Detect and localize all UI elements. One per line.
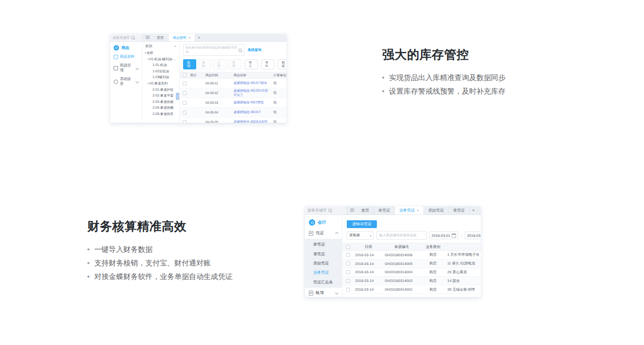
product-name-link[interactable]: 超威锂电池 4812LT模块 (232, 81, 272, 85)
row-checkbox[interactable] (180, 91, 189, 95)
inventory-app-screenshot: 搜索关键字 首页 商品资料 × ▾ 商品 商品资料 商 (110, 34, 287, 123)
refresh-button[interactable]: 刷新 (278, 59, 287, 69)
product-name-link[interactable]: 超威锂电池 4820LK高型 (232, 120, 272, 123)
advanced-search-link[interactable]: 高级查询 (248, 48, 261, 52)
sidebar-item-original-voucher[interactable]: 原始凭证 (305, 259, 342, 268)
sidebar-item-basic-settings[interactable]: 基础设置 (110, 75, 142, 88)
table-row[interactable]: 2018-03-14 GH20180314003 购货 14 国光 (342, 277, 481, 285)
export-button[interactable]: 导出 (261, 59, 274, 69)
table-row[interactable]: 2018-03-14 GH20180314004 购货 26 萧山暴龙 (342, 268, 481, 277)
sidebar-item-product-data[interactable]: 商品资料 (110, 52, 142, 61)
tree-item[interactable]: ▾全部 (142, 50, 179, 56)
table-header-row: 日期 单据编号 业务类别 (342, 243, 481, 251)
tab-home[interactable]: 首页 (153, 34, 169, 41)
table-row[interactable]: 04-09-05 超威锂电池 4820LK高型 组 (180, 117, 287, 123)
close-icon[interactable]: × (417, 208, 419, 213)
tree-item[interactable]: 2-04-暴龙雨棚 (142, 105, 179, 111)
tree-item[interactable]: 1-02齿轮油 (142, 68, 179, 75)
tree-item[interactable]: 2-02-暴龙手套 (142, 93, 179, 99)
box-icon (114, 66, 118, 70)
sidebar-item-voucher-query[interactable]: 查凭证 (305, 249, 342, 258)
row-checkbox[interactable] (180, 82, 189, 85)
tree-item[interactable]: 1-03碱剂油 (142, 74, 179, 81)
checkbox-icon (183, 111, 186, 115)
tree-item[interactable]: ▾01-机油-碱剂油-… (142, 56, 179, 63)
add-button[interactable]: 新增 (183, 59, 196, 69)
bullet-dot (87, 276, 89, 278)
sidebar-item-product-mgmt[interactable]: 商品管理 (110, 61, 142, 75)
divider (142, 34, 143, 41)
table-row[interactable]: 2018-03-14 GH20180314006 购货 1 天长市祥瑞电子有 (342, 251, 481, 260)
select-all-checkbox[interactable] (180, 73, 189, 77)
enable-button[interactable]: 启用 (213, 59, 226, 69)
tab-product-data[interactable]: 商品资料 × (169, 34, 195, 41)
sidebar-group-ledger[interactable]: 账簿 (305, 288, 342, 297)
delete-button[interactable]: 删除 (198, 59, 211, 69)
table-row[interactable]: 2018-03-14 GH20180314002 购货 35 无锡金箭-销售 (342, 285, 481, 294)
search-input[interactable]: 搜索关键字 (305, 206, 347, 214)
module-brand: 会计 (305, 217, 342, 228)
product-name-link[interactable]: 超威锂电池 4810LT (232, 110, 272, 115)
tab-voucher-entry[interactable]: 录凭证 (374, 206, 395, 214)
chevron-up-icon (335, 231, 339, 235)
tab-original-voucher[interactable]: 原始凭证 (424, 206, 449, 214)
search-placeholder: 按名称/代码/条形码/助记码/规格型号查询 (186, 46, 238, 54)
row-checkbox[interactable] (342, 279, 354, 283)
tree-item[interactable]: 2-01-暴龙护链 (142, 87, 179, 93)
tree-collapse-handle[interactable]: ‹ (176, 93, 179, 100)
row-checkbox[interactable] (180, 111, 189, 115)
product-module-icon (114, 45, 119, 50)
search-input[interactable]: 搜索关键字 (110, 34, 142, 41)
close-icon[interactable]: × (188, 36, 190, 39)
table-row[interactable]: 04-09-04 超威锂电池 4810LT 组 (180, 108, 287, 117)
feature-bullet: 设置库存警戒线预警，及时补充库存 (382, 87, 506, 95)
doc-type-select[interactable]: 采购单 ▾ (347, 231, 374, 240)
checkbox-icon (183, 73, 186, 77)
tab-home[interactable]: 首页 (357, 206, 374, 214)
sidebar-group-voucher[interactable]: 凭证 (305, 228, 342, 239)
add-category-button[interactable]: + (174, 44, 176, 49)
tab-list-dropdown[interactable]: ▾ (470, 206, 477, 214)
product-search-input[interactable]: 按名称/代码/条形码/助记码/规格型号查询 (183, 44, 244, 56)
checkbox-icon (183, 101, 186, 105)
product-name-link[interactable]: 超威锂电池 4812DV方型 不卖了 (232, 89, 272, 97)
document-icon (114, 55, 118, 59)
accounting-module-icon (309, 219, 315, 226)
sidebar-toggle-icon[interactable] (350, 209, 354, 209)
row-checkbox[interactable] (342, 262, 354, 265)
import-button[interactable]: 导入 (245, 59, 258, 69)
inventory-voucher-button[interactable]: 进销存凭证 (347, 220, 377, 228)
tab-voucher-query[interactable]: 查凭证 (449, 206, 470, 214)
tree-item[interactable]: 1-01-机油 (142, 62, 179, 68)
tab-business-voucher[interactable]: 业务凭证 × (395, 206, 424, 214)
date-to-input[interactable]: 2018-03-31 (465, 231, 481, 239)
tree-header: 类别 + (142, 42, 179, 50)
feature-inventory: 强大的库存管控 实现货品出入库精准查询及数据同步 设置库存警戒线预警，及时补充库… (382, 47, 506, 100)
row-checkbox[interactable] (180, 120, 189, 123)
table-row[interactable]: 2018-03-14 GH20180314005 购货 11 赛久-恒源电池 (342, 260, 481, 268)
tree-item[interactable]: 2-05-暴龙雨衣 (142, 111, 179, 117)
clipboard-icon (309, 231, 313, 236)
voucher-search-input[interactable]: 输入单据编号或客商名称 (376, 231, 427, 240)
app-body: 商品 商品资料 商品管理 基础设置 类别 + ▾全部 ▾01 (110, 42, 287, 123)
table-row[interactable]: 04-09-03 超威锂电池 4810简包 组 (180, 98, 287, 108)
row-checkbox[interactable] (180, 101, 189, 105)
row-checkbox[interactable] (342, 253, 354, 257)
table-row[interactable]: 04-09-01 超威锂电池 4812LT模块 组 (180, 79, 287, 88)
sidebar-item-voucher-summary[interactable]: 凭证汇总表 (305, 278, 342, 287)
sidebar-item-business-voucher[interactable]: 业务凭证 (305, 268, 342, 277)
tree-item[interactable]: 2-03-暴龙雨披 (142, 99, 179, 105)
sidebar-toggle-icon[interactable] (146, 36, 150, 36)
disable-button[interactable]: 禁用 (228, 59, 241, 69)
table-row[interactable]: 04-09-02 超威锂电池 4812DV方型 不卖了 组 (180, 88, 287, 98)
select-all-checkbox[interactable] (342, 245, 354, 249)
row-checkbox[interactable] (342, 288, 354, 292)
date-from-input[interactable]: 2018-03-01 (429, 231, 458, 239)
caret-down-icon: ▾ (145, 51, 146, 54)
row-checkbox[interactable] (342, 270, 354, 274)
tab-list-dropdown[interactable]: ▾ (195, 34, 203, 41)
feature-bullet: 支持财务核销，支付宝、财付通对账 (87, 259, 233, 267)
product-name-link[interactable]: 超威锂电池 4810简包 (232, 100, 272, 105)
sidebar-item-voucher-entry[interactable]: 录凭证 (305, 240, 342, 249)
tree-item[interactable]: ▾02-暴龙系列 (142, 81, 179, 87)
